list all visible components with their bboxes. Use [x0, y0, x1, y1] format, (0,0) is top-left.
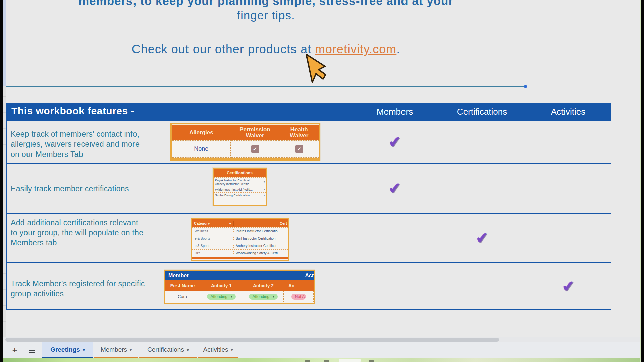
tab-dropdown-icon[interactable]: ▾ — [231, 348, 233, 352]
activities-preview-image: Member Act First Name Activity 1 Activit… — [164, 270, 315, 304]
feature-row: Track Member's registered for specific g… — [7, 262, 611, 309]
feature-description: Add additional certifications relevant t… — [11, 218, 168, 248]
dropdown-icon: ▾ — [264, 193, 265, 197]
features-table-header: This workbook features - Members Certifi… — [7, 103, 611, 120]
waiver-col-permission: Permission Waiver — [231, 125, 279, 140]
status-pill-attending: Attending▾ — [207, 294, 235, 300]
sheet-tab-greetings[interactable]: Greetings▾ — [42, 342, 93, 358]
intro-text-box[interactable]: members, to keep your planning simple, s… — [6, 0, 526, 87]
member-name: Cora — [165, 291, 200, 302]
sheet-tab-activities[interactable]: Activities▾ — [198, 342, 238, 358]
tab-dropdown-icon[interactable]: ▾ — [187, 348, 189, 352]
selection-border-top — [13, 2, 517, 2]
cta-suffix: . — [396, 42, 400, 56]
checkbox-checked-icon: ✓ — [251, 145, 259, 153]
cert-header: Cert — [234, 221, 288, 225]
feature-row: Add additional certifications relevant t… — [7, 213, 611, 262]
bottom-edge-strip — [3, 358, 641, 362]
activities-group-header: Act — [200, 271, 314, 280]
column-header-activities: Activities — [531, 107, 605, 117]
dropdown-icon: ▾ — [273, 295, 274, 298]
features-title: This workbook features - — [11, 105, 135, 117]
intro-line-2: finger tips. — [6, 9, 526, 22]
dropdown-icon: ▾ — [229, 221, 231, 226]
allergies-value: None — [172, 140, 231, 158]
horizontal-scrollbar-thumb[interactable] — [5, 338, 499, 342]
certifications-preview-image: Certifications Kayak Instructor Certific… — [213, 168, 267, 206]
cta-line: Check out our other products at moretivi… — [6, 42, 526, 56]
column-header-certifications: Certifications — [445, 107, 519, 117]
sheet-tab-certifications[interactable]: Certifications▾ — [139, 342, 197, 358]
status-pill-not-attending: Not A — [291, 294, 306, 300]
waiver-col-allergies: Allergies — [172, 125, 231, 140]
features-table: This workbook features - Members Certifi… — [6, 103, 611, 310]
app-window: members, to keep your planning simple, s… — [0, 0, 644, 362]
selection-handle[interactable] — [524, 85, 527, 88]
dropdown-icon: ▾ — [231, 295, 232, 298]
column-header-members: Members — [358, 107, 432, 117]
cta-prefix: Check out our other products at — [132, 42, 315, 56]
all-sheets-icon[interactable] — [24, 342, 39, 358]
checkbox-checked-icon: ✓ — [295, 145, 303, 153]
tab-dropdown-icon[interactable]: ▾ — [130, 348, 132, 352]
member-group-header: Member — [165, 271, 200, 280]
check-certifications: ✔ — [475, 229, 489, 248]
feature-row: Easily track member certifications Certi… — [7, 163, 611, 213]
category-preview-image: Category▾ Cert WellnessPilates Instructo… — [191, 218, 289, 261]
waivers-preview-image: Allergies Permission Waiver Health Waive… — [170, 123, 320, 161]
dropdown-icon: ▾ — [264, 180, 265, 184]
status-pill-attending: Attending▾ — [249, 294, 277, 300]
tab-dropdown-icon[interactable]: ▾ — [83, 348, 85, 352]
feature-description: Easily track member certifications — [11, 184, 168, 194]
feature-description: Keep track of members' contact info, all… — [11, 129, 168, 159]
sheet-tab-bar: + Greetings▾ Members▾ Certifications▾ Ac… — [3, 342, 641, 358]
spreadsheet-canvas: members, to keep your planning simple, s… — [3, 0, 641, 362]
feature-description: Track Member's registered for specific g… — [11, 279, 168, 299]
certs-title: Certifications — [214, 169, 266, 177]
horizontal-scrollbar — [3, 337, 641, 342]
dropdown-icon: ▾ — [264, 188, 265, 191]
sheet-tab-members[interactable]: Members▾ — [94, 342, 138, 358]
category-header: Category — [194, 221, 210, 225]
right-edge-strip — [640, 0, 641, 362]
row-header-strip-selected — [3, 0, 6, 86]
feature-row: Keep track of members' contact info, all… — [7, 120, 611, 163]
check-activities: ✔ — [561, 277, 575, 296]
waiver-col-health: Health Waiver — [279, 125, 319, 140]
check-members: ✔ — [388, 179, 402, 198]
add-sheet-button[interactable]: + — [8, 342, 21, 358]
check-members: ✔ — [388, 132, 402, 152]
intro-line-clipped: members, to keep your planning simple, s… — [6, 0, 526, 8]
moretivity-link[interactable]: moretivity.com — [315, 42, 396, 56]
